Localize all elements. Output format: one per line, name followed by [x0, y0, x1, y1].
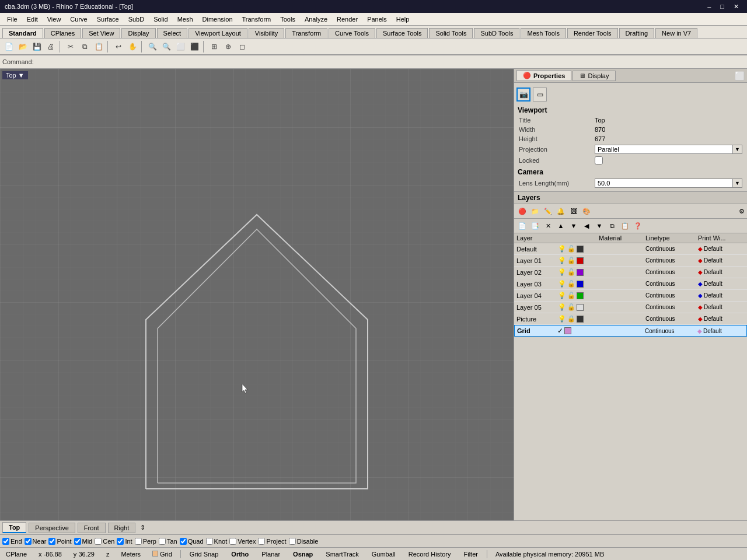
- display-tab[interactable]: 🖥 Display: [573, 71, 615, 81]
- layer-color-01[interactable]: [577, 257, 584, 264]
- menu-item-transform[interactable]: Transform: [238, 15, 276, 24]
- prop-locked-checkbox[interactable]: [595, 156, 603, 164]
- layer-visible-05[interactable]: 💡: [558, 303, 566, 311]
- snap-vertex-checkbox[interactable]: [229, 538, 236, 545]
- smarttrack-button[interactable]: SmartTrack: [322, 550, 362, 558]
- toolbar-tab-standard[interactable]: Standard: [2, 28, 43, 38]
- toolbar-tab-transform[interactable]: Transform: [285, 28, 327, 38]
- snap-near-checkbox[interactable]: [25, 538, 32, 545]
- snap-end-checkbox[interactable]: [2, 538, 9, 545]
- layer-visible-01[interactable]: 💡: [558, 257, 566, 264]
- menu-item-edit[interactable]: Edit: [22, 15, 43, 24]
- layer-row-04[interactable]: Layer 04 💡 🔓 Continuous ◆ Default: [514, 290, 747, 302]
- snap-tan-checkbox[interactable]: [159, 538, 166, 545]
- prop-projection-input[interactable]: [595, 145, 733, 154]
- snap-perp-checkbox[interactable]: [135, 538, 142, 545]
- toolbar-tab-drafting[interactable]: Drafting: [619, 28, 655, 38]
- toolbar-tab-subd-tools[interactable]: SubD Tools: [474, 28, 519, 38]
- snap-disable-checkbox[interactable]: [289, 538, 296, 545]
- snap-point-checkbox[interactable]: [48, 538, 55, 545]
- osnap-button[interactable]: Osnap: [289, 550, 317, 558]
- prop-lens-input[interactable]: [595, 178, 733, 188]
- layer-row-03[interactable]: Layer 03 💡 🔓 Continuous ◆ Default: [514, 278, 747, 290]
- toolbar-tab-select[interactable]: Select: [157, 28, 188, 38]
- menu-item-tools[interactable]: Tools: [275, 15, 300, 24]
- menu-item-dimension[interactable]: Dimension: [198, 15, 238, 24]
- layers-edit-btn[interactable]: ✏️: [542, 205, 554, 217]
- layer-lock-picture[interactable]: 🔒: [567, 315, 575, 323]
- toolbar-tab-new-in-v7[interactable]: New in V7: [655, 28, 697, 38]
- paste-button[interactable]: 📋: [92, 40, 105, 53]
- print-button[interactable]: 🖨: [44, 40, 57, 53]
- toolbar-tab-curve-tools[interactable]: Curve Tools: [329, 28, 375, 38]
- layer-delete-btn[interactable]: ✕: [542, 220, 554, 232]
- menu-item-render[interactable]: Render: [332, 15, 362, 24]
- toolbar-tab-display[interactable]: Display: [121, 28, 155, 38]
- zoom-in-button[interactable]: 🔍: [146, 40, 159, 53]
- menu-item-view[interactable]: View: [43, 15, 66, 24]
- tab-top[interactable]: Top: [2, 522, 26, 533]
- toolbar-tab-mesh-tools[interactable]: Mesh Tools: [521, 28, 566, 38]
- toolbar-tab-viewport-layout[interactable]: Viewport Layout: [189, 28, 247, 38]
- layer-left-btn[interactable]: ◀: [581, 220, 592, 232]
- layer-row-01[interactable]: Layer 01 💡 🔓 Continuous ◆ Default: [514, 255, 747, 267]
- layer-row-default[interactable]: Default 💡 🔓 Continuous ◆ Default: [514, 243, 747, 255]
- prop-projection-dropdown[interactable]: ▼: [595, 145, 742, 154]
- layer-visible-04[interactable]: 💡: [558, 292, 566, 299]
- zoom-extent-button[interactable]: ⬛: [188, 40, 201, 53]
- snap-button[interactable]: ⊕: [222, 40, 235, 53]
- menu-item-subd[interactable]: SubD: [124, 15, 149, 24]
- layer-color-03[interactable]: [577, 281, 584, 288]
- layers-folder-btn[interactable]: 📁: [529, 205, 541, 217]
- save-button[interactable]: 💾: [30, 40, 43, 53]
- camera-icon-btn[interactable]: 📷: [516, 88, 530, 102]
- toolbar-tab-set-view[interactable]: Set View: [82, 28, 120, 38]
- layer-color-grid[interactable]: [564, 327, 571, 334]
- tab-perspective[interactable]: Perspective: [29, 523, 75, 533]
- layers-image-btn[interactable]: 🖼: [568, 205, 580, 217]
- layer-help-btn[interactable]: ❓: [632, 220, 644, 232]
- layer-lock-05[interactable]: 🔓: [567, 303, 575, 311]
- layer-lock-default[interactable]: 🔓: [567, 245, 575, 253]
- prop-projection-btn[interactable]: ▼: [733, 145, 742, 154]
- open-button[interactable]: 📂: [16, 40, 29, 53]
- grid-snap-button[interactable]: Grid Snap: [186, 550, 223, 558]
- zoom-window-button[interactable]: ⬜: [174, 40, 187, 53]
- snap-int-checkbox[interactable]: [117, 538, 124, 545]
- menu-item-surface[interactable]: Surface: [92, 15, 124, 24]
- prop-lens-dropdown[interactable]: ▼: [595, 178, 742, 188]
- layer-color-05[interactable]: [577, 304, 584, 311]
- toolbar-tab-solid-tools[interactable]: Solid Tools: [429, 28, 473, 38]
- tab-right[interactable]: Right: [108, 523, 136, 533]
- minimize-button[interactable]: –: [704, 3, 714, 10]
- layer-row-02[interactable]: Layer 02 💡 🔓 Continuous ◆ Default: [514, 267, 747, 278]
- snap-project-checkbox[interactable]: [258, 538, 265, 545]
- grid-button[interactable]: ⊞: [208, 40, 221, 53]
- layers-material-btn[interactable]: 🎨: [581, 205, 592, 217]
- menu-item-mesh[interactable]: Mesh: [173, 15, 198, 24]
- layers-notify-btn[interactable]: 🔔: [555, 205, 567, 217]
- tab-front[interactable]: Front: [78, 523, 106, 533]
- snap-quad-checkbox[interactable]: [180, 538, 187, 545]
- prop-lens-btn[interactable]: ▼: [733, 178, 742, 188]
- command-input[interactable]: [36, 58, 745, 65]
- snap-cen-checkbox[interactable]: [95, 538, 102, 545]
- gumball-button[interactable]: Gumball: [368, 550, 400, 558]
- menu-item-curve[interactable]: Curve: [65, 15, 92, 24]
- snap-knot-checkbox[interactable]: [206, 538, 213, 545]
- toolbar-tab-visibility[interactable]: Visibility: [249, 28, 285, 38]
- undo-button[interactable]: ↩: [112, 40, 125, 53]
- menu-item-solid[interactable]: Solid: [149, 15, 172, 24]
- layer-row-05[interactable]: Layer 05 💡 🔓 Continuous ◆ Default: [514, 302, 747, 313]
- planar-button[interactable]: Planar: [257, 550, 284, 558]
- layer-visible-02[interactable]: 💡: [558, 268, 566, 276]
- viewport-label[interactable]: Top ▼: [2, 71, 28, 79]
- properties-tab[interactable]: 🔴 Properties: [516, 70, 571, 81]
- layer-lock-02[interactable]: 🔓: [567, 268, 575, 276]
- toolbar-tab-surface-tools[interactable]: Surface Tools: [376, 28, 428, 38]
- rectangle-icon-btn[interactable]: ▭: [533, 88, 547, 102]
- viewport[interactable]: Top ▼: [0, 69, 514, 520]
- menu-item-panels[interactable]: Panels: [362, 15, 392, 24]
- layer-visible-default[interactable]: 💡: [558, 245, 566, 253]
- zoom-out-button[interactable]: 🔍: [160, 40, 173, 53]
